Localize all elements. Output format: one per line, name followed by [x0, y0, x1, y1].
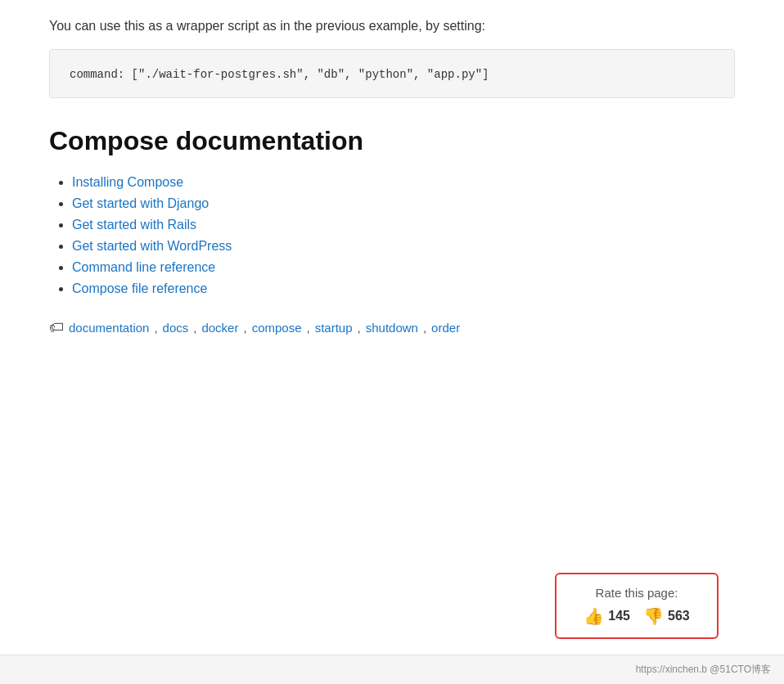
link-installing-compose[interactable]: Installing Compose [72, 175, 183, 189]
tag-separator: , [358, 321, 361, 335]
tag-separator: , [243, 321, 246, 335]
tag-separator: , [307, 321, 310, 335]
footer-bar: https://xinchen.b @51CTO博客 [0, 655, 784, 684]
doc-links-list: Installing Compose Get started with Djan… [49, 175, 735, 296]
link-compose-file-reference[interactable]: Compose file reference [72, 281, 207, 295]
main-content: You can use this as a wrapper script as … [0, 0, 784, 402]
thumbs-down-item: 👎 563 [643, 606, 690, 626]
thumbs-down-icon: 👎 [643, 606, 664, 626]
tag-compose[interactable]: compose [252, 321, 302, 335]
tags-row: 🏷 documentation , docs , docker , compos… [49, 319, 735, 336]
code-snippet: command: ["./wait-for-postgres.sh", "db"… [70, 68, 489, 81]
link-get-started-wordpress[interactable]: Get started with WordPress [72, 239, 232, 253]
footer-text: https://xinchen.b @51CTO博客 [636, 663, 771, 677]
rate-counts: 👍 145 👎 563 [579, 606, 694, 626]
tag-icon: 🏷 [49, 319, 64, 336]
list-item: Get started with Rails [72, 218, 735, 232]
thumbs-down-count: 563 [668, 609, 690, 623]
list-item: Command line reference [72, 260, 735, 275]
link-get-started-django[interactable]: Get started with Django [72, 196, 209, 210]
list-item: Get started with WordPress [72, 239, 735, 254]
thumbs-up-item: 👍 145 [583, 606, 630, 626]
tag-docker[interactable]: docker [201, 321, 238, 335]
code-block: command: ["./wait-for-postgres.sh", "db"… [49, 49, 735, 98]
tag-startup[interactable]: startup [315, 321, 353, 335]
thumbs-up-count: 145 [608, 609, 630, 623]
rate-widget-container: Rate this page: 👍 145 👎 563 [555, 573, 719, 639]
list-item: Installing Compose [72, 175, 735, 190]
tag-separator: , [193, 321, 196, 335]
link-command-line-reference[interactable]: Command line reference [72, 260, 215, 274]
thumbs-up-icon: 👍 [583, 606, 604, 626]
tag-docs[interactable]: docs [163, 321, 189, 335]
tag-documentation[interactable]: documentation [69, 321, 149, 335]
list-item: Compose file reference [72, 281, 735, 296]
tag-shutdown[interactable]: shutdown [366, 321, 418, 335]
rate-box: Rate this page: 👍 145 👎 563 [555, 573, 719, 639]
list-item: Get started with Django [72, 196, 735, 211]
tag-separator: , [154, 321, 157, 335]
tag-order[interactable]: order [431, 321, 460, 335]
tag-separator: , [423, 321, 426, 335]
rate-label: Rate this page: [579, 586, 694, 600]
intro-paragraph: You can use this as a wrapper script as … [49, 16, 735, 36]
link-get-started-rails[interactable]: Get started with Rails [72, 218, 196, 232]
section-title: Compose documentation [49, 124, 735, 159]
